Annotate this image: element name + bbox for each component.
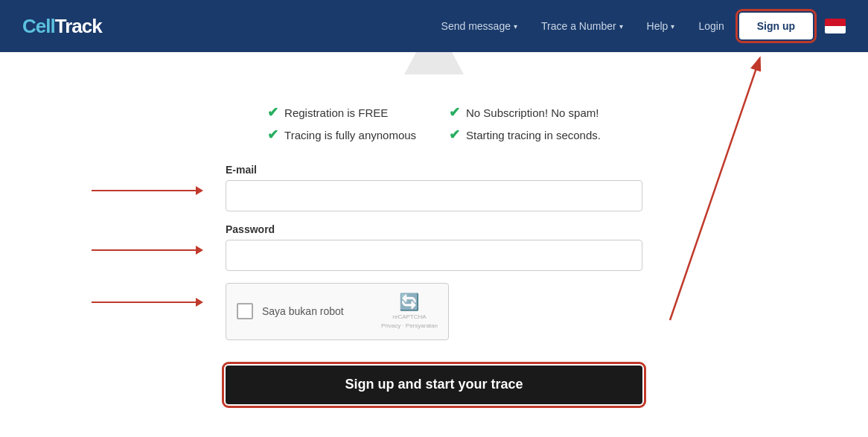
captcha-checkbox[interactable] [237,303,253,319]
check-icon-4: ✔ [449,127,460,143]
feature-item-3: ✔ Tracing is fully anynomous [267,127,419,143]
feature-item-2: ✔ No Subscription! No spam! [449,104,601,121]
check-icon-2: ✔ [449,104,460,121]
nav-help[interactable]: Help ▾ [638,14,684,38]
arrow-password-annotation [92,246,203,255]
feature-text-3: Tracing is fully anynomous [284,129,416,141]
arrow-head [196,186,203,195]
arrow-line [92,190,196,191]
email-label: E-mail [226,164,642,176]
arrow-email-annotation [92,186,203,195]
recaptcha-sub: Privacy · Persyaratan [381,322,438,330]
check-icon-1: ✔ [267,104,278,121]
nav-login[interactable]: Login [689,14,733,38]
recaptcha-logo-icon: 🔄 [399,293,419,312]
send-message-chevron-icon: ▾ [514,22,517,31]
features-list: ✔ Registration is FREE ✔ No Subscription… [267,104,601,143]
recaptcha-left: Saya bukan robot [237,303,344,319]
password-label: Password [226,223,642,235]
email-group: E-mail [226,164,642,211]
main-content: ✔ Registration is FREE ✔ No Subscription… [0,52,868,437]
nav-send-message[interactable]: Send message ▾ [433,14,526,38]
language-flag[interactable] [825,19,846,34]
email-input[interactable] [226,180,642,211]
feature-text-1: Registration is FREE [284,106,388,119]
arrow-line-3 [92,302,196,303]
nav-trace-number[interactable]: Trace a Number ▾ [532,14,632,38]
arrow-head-3 [196,298,203,307]
password-group: Password [226,223,642,271]
brand-logo[interactable]: CellTrack [22,15,102,38]
feature-text-4: Starting tracing in seconds. [466,129,601,141]
recaptcha-brand: reCAPTCHA [392,313,426,321]
nav-signup-button[interactable]: Sign up [739,13,813,39]
password-input[interactable] [226,240,642,271]
brand-part1: Cell [22,15,55,37]
brand-part2: Track [55,15,102,37]
nav-links: Send message ▾ Trace a Number ▾ Help ▾ L… [433,13,846,39]
arrow-line-2 [92,249,196,251]
captcha-label: Saya bukan robot [262,305,344,317]
navbar: CellTrack Send message ▾ Trace a Number … [0,0,868,52]
svg-rect-0 [825,19,846,26]
trace-number-chevron-icon: ▾ [619,22,623,31]
check-icon-3: ✔ [267,127,278,143]
feature-item-4: ✔ Starting tracing in seconds. [449,127,601,143]
submit-button[interactable]: Sign up and start your trace [226,366,642,404]
signup-form: E-mail Password [226,164,642,404]
recaptcha-right: 🔄 reCAPTCHA Privacy · Persyaratan [381,293,438,331]
feature-item-1: ✔ Registration is FREE [267,104,419,121]
feature-text-2: No Subscription! No spam! [466,106,599,119]
recaptcha-widget[interactable]: Saya bukan robot 🔄 reCAPTCHA Privacy · P… [226,283,449,340]
arrow-captcha-annotation [92,298,203,307]
help-chevron-icon: ▾ [671,22,674,31]
arrow-head-2 [196,246,203,255]
top-decorative-shape [404,52,464,74]
svg-rect-1 [825,26,846,34]
captcha-group: Saya bukan robot 🔄 reCAPTCHA Privacy · P… [226,283,642,340]
